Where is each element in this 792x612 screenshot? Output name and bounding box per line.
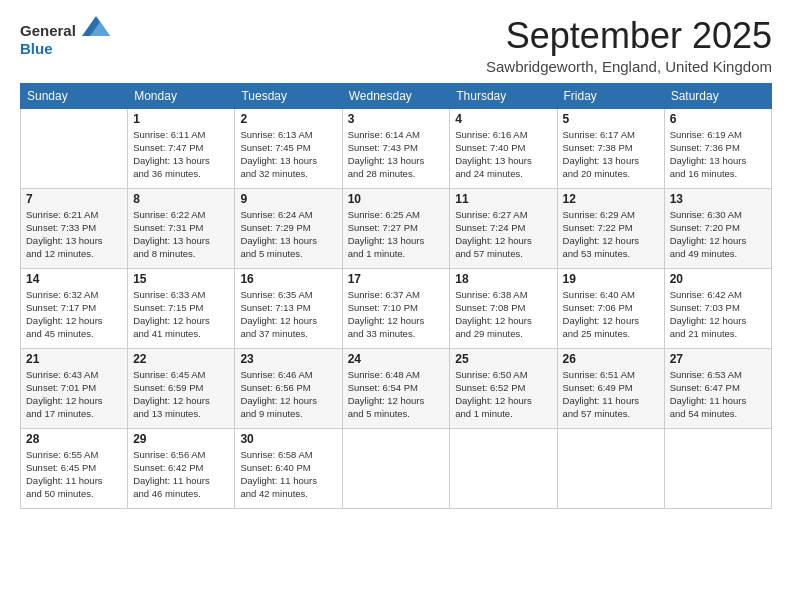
day-info: Sunrise: 6:32 AM Sunset: 7:17 PM Dayligh…: [26, 288, 122, 341]
day-info: Sunrise: 6:35 AM Sunset: 7:13 PM Dayligh…: [240, 288, 336, 341]
day-number: 4: [455, 112, 551, 126]
day-info: Sunrise: 6:19 AM Sunset: 7:36 PM Dayligh…: [670, 128, 766, 181]
day-number: 16: [240, 272, 336, 286]
col-saturday: Saturday: [664, 83, 771, 108]
table-row: 3Sunrise: 6:14 AM Sunset: 7:43 PM Daylig…: [342, 108, 450, 188]
day-info: Sunrise: 6:55 AM Sunset: 6:45 PM Dayligh…: [26, 448, 122, 501]
day-number: 6: [670, 112, 766, 126]
day-info: Sunrise: 6:16 AM Sunset: 7:40 PM Dayligh…: [455, 128, 551, 181]
day-info: Sunrise: 6:37 AM Sunset: 7:10 PM Dayligh…: [348, 288, 445, 341]
table-row: 22Sunrise: 6:45 AM Sunset: 6:59 PM Dayli…: [128, 348, 235, 428]
day-number: 1: [133, 112, 229, 126]
day-number: 8: [133, 192, 229, 206]
table-row: 10Sunrise: 6:25 AM Sunset: 7:27 PM Dayli…: [342, 188, 450, 268]
table-row: 6Sunrise: 6:19 AM Sunset: 7:36 PM Daylig…: [664, 108, 771, 188]
calendar-week-row: 7Sunrise: 6:21 AM Sunset: 7:33 PM Daylig…: [21, 188, 772, 268]
day-number: 19: [563, 272, 659, 286]
col-thursday: Thursday: [450, 83, 557, 108]
day-info: Sunrise: 6:13 AM Sunset: 7:45 PM Dayligh…: [240, 128, 336, 181]
table-row: [450, 428, 557, 508]
table-row: 24Sunrise: 6:48 AM Sunset: 6:54 PM Dayli…: [342, 348, 450, 428]
table-row: 19Sunrise: 6:40 AM Sunset: 7:06 PM Dayli…: [557, 268, 664, 348]
day-info: Sunrise: 6:22 AM Sunset: 7:31 PM Dayligh…: [133, 208, 229, 261]
day-info: Sunrise: 6:43 AM Sunset: 7:01 PM Dayligh…: [26, 368, 122, 421]
table-row: 2Sunrise: 6:13 AM Sunset: 7:45 PM Daylig…: [235, 108, 342, 188]
day-number: 11: [455, 192, 551, 206]
day-number: 7: [26, 192, 122, 206]
month-title: September 2025: [486, 16, 772, 56]
day-number: 30: [240, 432, 336, 446]
table-row: 13Sunrise: 6:30 AM Sunset: 7:20 PM Dayli…: [664, 188, 771, 268]
day-info: Sunrise: 6:53 AM Sunset: 6:47 PM Dayligh…: [670, 368, 766, 421]
day-number: 2: [240, 112, 336, 126]
logo-general: General: [20, 20, 110, 40]
day-info: Sunrise: 6:38 AM Sunset: 7:08 PM Dayligh…: [455, 288, 551, 341]
table-row: 11Sunrise: 6:27 AM Sunset: 7:24 PM Dayli…: [450, 188, 557, 268]
day-info: Sunrise: 6:45 AM Sunset: 6:59 PM Dayligh…: [133, 368, 229, 421]
day-number: 26: [563, 352, 659, 366]
table-row: 23Sunrise: 6:46 AM Sunset: 6:56 PM Dayli…: [235, 348, 342, 428]
table-row: 26Sunrise: 6:51 AM Sunset: 6:49 PM Dayli…: [557, 348, 664, 428]
day-info: Sunrise: 6:24 AM Sunset: 7:29 PM Dayligh…: [240, 208, 336, 261]
day-info: Sunrise: 6:46 AM Sunset: 6:56 PM Dayligh…: [240, 368, 336, 421]
table-row: 12Sunrise: 6:29 AM Sunset: 7:22 PM Dayli…: [557, 188, 664, 268]
day-number: 17: [348, 272, 445, 286]
title-block: September 2025 Sawbridgeworth, England, …: [486, 16, 772, 75]
day-info: Sunrise: 6:33 AM Sunset: 7:15 PM Dayligh…: [133, 288, 229, 341]
day-number: 25: [455, 352, 551, 366]
table-row: 28Sunrise: 6:55 AM Sunset: 6:45 PM Dayli…: [21, 428, 128, 508]
logo: General Blue: [20, 20, 110, 58]
day-number: 29: [133, 432, 229, 446]
table-row: 20Sunrise: 6:42 AM Sunset: 7:03 PM Dayli…: [664, 268, 771, 348]
table-row: 29Sunrise: 6:56 AM Sunset: 6:42 PM Dayli…: [128, 428, 235, 508]
calendar-week-row: 21Sunrise: 6:43 AM Sunset: 7:01 PM Dayli…: [21, 348, 772, 428]
table-row: [557, 428, 664, 508]
table-row: 9Sunrise: 6:24 AM Sunset: 7:29 PM Daylig…: [235, 188, 342, 268]
header: General Blue September 2025 Sawbridgewor…: [20, 16, 772, 75]
day-info: Sunrise: 6:56 AM Sunset: 6:42 PM Dayligh…: [133, 448, 229, 501]
logo-blue: Blue: [20, 40, 110, 58]
table-row: 21Sunrise: 6:43 AM Sunset: 7:01 PM Dayli…: [21, 348, 128, 428]
page: General Blue September 2025 Sawbridgewor…: [0, 0, 792, 612]
calendar-week-row: 14Sunrise: 6:32 AM Sunset: 7:17 PM Dayli…: [21, 268, 772, 348]
day-number: 15: [133, 272, 229, 286]
day-number: 27: [670, 352, 766, 366]
calendar-week-row: 1Sunrise: 6:11 AM Sunset: 7:47 PM Daylig…: [21, 108, 772, 188]
day-info: Sunrise: 6:40 AM Sunset: 7:06 PM Dayligh…: [563, 288, 659, 341]
col-friday: Friday: [557, 83, 664, 108]
col-monday: Monday: [128, 83, 235, 108]
day-info: Sunrise: 6:58 AM Sunset: 6:40 PM Dayligh…: [240, 448, 336, 501]
day-number: 3: [348, 112, 445, 126]
day-info: Sunrise: 6:11 AM Sunset: 7:47 PM Dayligh…: [133, 128, 229, 181]
table-row: 5Sunrise: 6:17 AM Sunset: 7:38 PM Daylig…: [557, 108, 664, 188]
day-number: 28: [26, 432, 122, 446]
table-row: 14Sunrise: 6:32 AM Sunset: 7:17 PM Dayli…: [21, 268, 128, 348]
day-number: 12: [563, 192, 659, 206]
day-number: 22: [133, 352, 229, 366]
col-wednesday: Wednesday: [342, 83, 450, 108]
table-row: 25Sunrise: 6:50 AM Sunset: 6:52 PM Dayli…: [450, 348, 557, 428]
table-row: 4Sunrise: 6:16 AM Sunset: 7:40 PM Daylig…: [450, 108, 557, 188]
table-row: [342, 428, 450, 508]
table-row: 30Sunrise: 6:58 AM Sunset: 6:40 PM Dayli…: [235, 428, 342, 508]
col-sunday: Sunday: [21, 83, 128, 108]
day-info: Sunrise: 6:21 AM Sunset: 7:33 PM Dayligh…: [26, 208, 122, 261]
col-tuesday: Tuesday: [235, 83, 342, 108]
day-number: 14: [26, 272, 122, 286]
table-row: 17Sunrise: 6:37 AM Sunset: 7:10 PM Dayli…: [342, 268, 450, 348]
day-info: Sunrise: 6:48 AM Sunset: 6:54 PM Dayligh…: [348, 368, 445, 421]
table-row: 16Sunrise: 6:35 AM Sunset: 7:13 PM Dayli…: [235, 268, 342, 348]
table-row: 27Sunrise: 6:53 AM Sunset: 6:47 PM Dayli…: [664, 348, 771, 428]
table-row: [21, 108, 128, 188]
day-info: Sunrise: 6:27 AM Sunset: 7:24 PM Dayligh…: [455, 208, 551, 261]
day-info: Sunrise: 6:50 AM Sunset: 6:52 PM Dayligh…: [455, 368, 551, 421]
day-number: 23: [240, 352, 336, 366]
day-info: Sunrise: 6:25 AM Sunset: 7:27 PM Dayligh…: [348, 208, 445, 261]
logo-icon: [82, 16, 110, 36]
day-number: 21: [26, 352, 122, 366]
day-info: Sunrise: 6:30 AM Sunset: 7:20 PM Dayligh…: [670, 208, 766, 261]
day-number: 13: [670, 192, 766, 206]
day-info: Sunrise: 6:51 AM Sunset: 6:49 PM Dayligh…: [563, 368, 659, 421]
location-subtitle: Sawbridgeworth, England, United Kingdom: [486, 58, 772, 75]
day-info: Sunrise: 6:14 AM Sunset: 7:43 PM Dayligh…: [348, 128, 445, 181]
